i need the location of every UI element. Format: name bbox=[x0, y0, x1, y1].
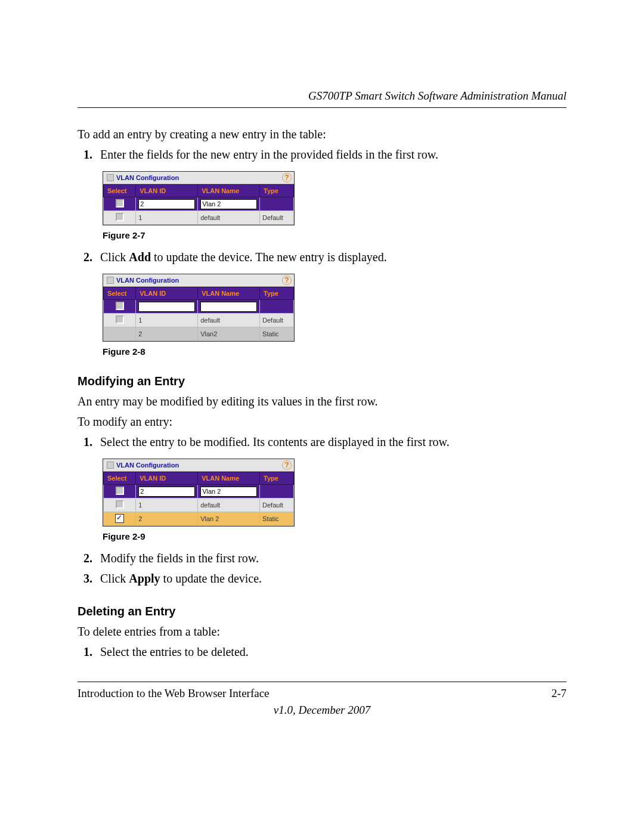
step-a1: 1.Enter the fields for the new entry in … bbox=[100, 146, 566, 163]
vlan-name-input[interactable] bbox=[200, 199, 257, 209]
panel-title: VLAN Configuration bbox=[116, 174, 282, 181]
step-m3: 3.Click Apply to update the device. bbox=[100, 570, 566, 587]
col-vlan-id: VLAN ID bbox=[136, 472, 198, 485]
figure-2-8: VLAN Configuration ? Select VLAN ID VLAN… bbox=[103, 274, 566, 342]
col-select: Select bbox=[104, 287, 136, 300]
col-select: Select bbox=[104, 472, 136, 485]
col-vlan-id: VLAN ID bbox=[136, 185, 198, 197]
cell-type: Static bbox=[260, 512, 294, 526]
panel-title: VLAN Configuration bbox=[116, 462, 282, 469]
cell-id: 1 bbox=[136, 314, 198, 327]
step-text-bold: Add bbox=[129, 250, 151, 264]
vlan-name-input[interactable] bbox=[200, 487, 257, 497]
vlan-table: Select VLAN ID VLAN Name Type 1 default … bbox=[103, 287, 294, 341]
table-row-selected: 2 Vlan 2 Static bbox=[104, 512, 294, 526]
panel-titlebar: VLAN Configuration ? bbox=[103, 459, 294, 472]
delete-p1: To delete entries from a table: bbox=[78, 623, 566, 640]
input-row bbox=[104, 300, 294, 314]
vlan-id-input[interactable] bbox=[138, 487, 195, 497]
step-d1: 1.Select the entries to be deleted. bbox=[100, 643, 566, 660]
help-icon[interactable]: ? bbox=[282, 460, 292, 470]
step-number: 3. bbox=[83, 570, 100, 587]
step-text: Enter the fields for the new entry in th… bbox=[100, 148, 438, 161]
vlan-id-input[interactable] bbox=[138, 302, 195, 312]
cell-type: Static bbox=[260, 327, 294, 341]
figure-2-7: VLAN Configuration ? Select VLAN ID VLAN… bbox=[103, 171, 566, 225]
step-number: 1. bbox=[83, 146, 100, 163]
modify-p2: To modify an entry: bbox=[78, 413, 566, 430]
cell-name: Vlan2 bbox=[198, 327, 260, 341]
step-number: 1. bbox=[83, 433, 100, 450]
row-checkbox-checked[interactable] bbox=[115, 514, 124, 523]
figure-caption: Figure 2-7 bbox=[103, 230, 566, 240]
step-text-post: to update the device. bbox=[160, 572, 262, 585]
page-footer: Introduction to the Web Browser Interfac… bbox=[78, 682, 566, 717]
row-checkbox[interactable] bbox=[116, 315, 124, 324]
modify-p1: An entry may be modified by editing its … bbox=[78, 393, 566, 410]
panel-title: VLAN Configuration bbox=[116, 277, 282, 284]
intro-paragraph: To add an entry by creating a new entry … bbox=[78, 126, 566, 143]
step-text-bold: Apply bbox=[129, 572, 160, 585]
select-all-checkbox[interactable] bbox=[116, 302, 124, 310]
table-header-row: Select VLAN ID VLAN Name Type bbox=[104, 287, 294, 300]
cell-type: Default bbox=[260, 211, 294, 225]
heading-deleting: Deleting an Entry bbox=[78, 605, 566, 618]
panel-icon bbox=[107, 174, 114, 181]
panel-titlebar: VLAN Configuration ? bbox=[103, 274, 294, 287]
cell-type: Default bbox=[260, 314, 294, 327]
input-row bbox=[104, 197, 294, 211]
panel-icon bbox=[107, 277, 114, 284]
col-type: Type bbox=[260, 185, 294, 197]
cell-name: default bbox=[198, 211, 260, 225]
vlan-config-panel: VLAN Configuration ? Select VLAN ID VLAN… bbox=[103, 171, 295, 225]
col-vlan-name: VLAN Name bbox=[198, 472, 260, 485]
vlan-table: Select VLAN ID VLAN Name Type 1 default … bbox=[103, 184, 294, 225]
table-row: 1 default Default bbox=[104, 498, 294, 512]
cell-id: 2 bbox=[136, 512, 198, 526]
vlan-config-panel: VLAN Configuration ? Select VLAN ID VLAN… bbox=[103, 274, 295, 342]
panel-titlebar: VLAN Configuration ? bbox=[103, 172, 294, 184]
cell-id: 1 bbox=[136, 498, 198, 512]
row-checkbox[interactable] bbox=[116, 500, 124, 509]
step-number: 2. bbox=[83, 550, 100, 566]
page-container: GS700TP Smart Switch Software Administra… bbox=[0, 0, 644, 833]
row-checkbox[interactable] bbox=[116, 213, 124, 221]
cell-id: 2 bbox=[136, 327, 198, 341]
footer-row: Introduction to the Web Browser Interfac… bbox=[78, 687, 566, 700]
input-row bbox=[104, 485, 294, 498]
footer-version: v1.0, December 2007 bbox=[78, 704, 566, 717]
table-row: 1 default Default bbox=[104, 211, 294, 225]
step-a2: 2.Click Add to update the device. The ne… bbox=[100, 249, 566, 265]
vlan-table: Select VLAN ID VLAN Name Type 1 default … bbox=[103, 472, 294, 526]
col-vlan-id: VLAN ID bbox=[136, 287, 198, 300]
step-m2: 2.Modify the fields in the first row. bbox=[100, 550, 566, 566]
table-row: 1 default Default bbox=[104, 314, 294, 327]
vlan-name-input[interactable] bbox=[200, 302, 257, 312]
cell-name: default bbox=[198, 314, 260, 327]
col-vlan-name: VLAN Name bbox=[198, 185, 260, 197]
cell-name: Vlan 2 bbox=[198, 512, 260, 526]
help-icon[interactable]: ? bbox=[282, 275, 292, 285]
step-text-post: to update the device. The new entry is d… bbox=[151, 250, 387, 264]
select-all-checkbox[interactable] bbox=[116, 487, 124, 495]
figure-caption: Figure 2-9 bbox=[103, 531, 566, 541]
cell-type: Default bbox=[260, 498, 294, 512]
cell-name: default bbox=[198, 498, 260, 512]
step-text-pre: Click bbox=[100, 572, 129, 585]
select-all-checkbox[interactable] bbox=[116, 199, 124, 208]
vlan-id-input[interactable] bbox=[138, 199, 195, 209]
step-number: 1. bbox=[83, 643, 100, 660]
heading-modifying: Modifying an Entry bbox=[78, 374, 566, 388]
manual-title: GS700TP Smart Switch Software Administra… bbox=[308, 89, 566, 102]
figure-2-9: VLAN Configuration ? Select VLAN ID VLAN… bbox=[103, 459, 566, 527]
col-type: Type bbox=[260, 287, 294, 300]
table-header-row: Select VLAN ID VLAN Name Type bbox=[104, 472, 294, 485]
col-select: Select bbox=[104, 185, 136, 197]
step-m1: 1.Select the entry to be modified. Its c… bbox=[100, 433, 566, 450]
table-header-row: Select VLAN ID VLAN Name Type bbox=[104, 185, 294, 197]
panel-icon bbox=[107, 462, 114, 469]
step-text: Select the entries to be deleted. bbox=[100, 645, 249, 658]
help-icon[interactable]: ? bbox=[282, 173, 292, 182]
footer-page-number: 2-7 bbox=[552, 687, 566, 700]
page-header: GS700TP Smart Switch Software Administra… bbox=[78, 89, 566, 108]
